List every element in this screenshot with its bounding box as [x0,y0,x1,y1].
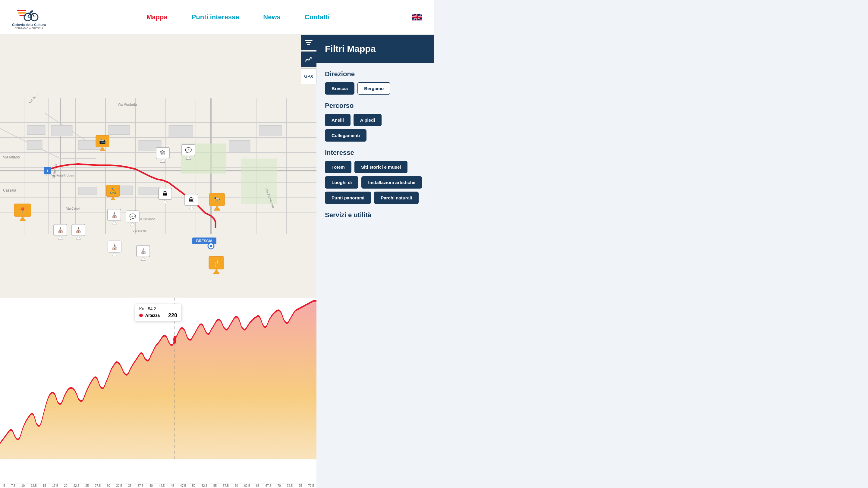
svg-text:Via Trieste: Via Trieste [133,230,147,233]
btn-siti-storici[interactable]: Siti storici e musei [354,161,408,173]
nav-mappa[interactable]: Mappa [147,13,167,21]
svg-point-78 [210,245,212,247]
svg-text:⛪: ⛪ [140,248,147,255]
svg-text:🏛: 🏛 [189,197,194,203]
map-container[interactable]: Via de... Via Pusterla Via Milano Cassal… [0,35,316,298]
btn-anelli[interactable]: Anelli [325,114,350,126]
percorso-title: Percorso [325,102,426,110]
main-nav: Mappa Punti interesse News Contatti [64,13,412,21]
svg-rect-59 [79,187,96,195]
svg-text:⛪: ⛪ [111,243,118,250]
btn-luoghi-di[interactable]: Luoghi di [325,176,358,189]
svg-text:⛪: ⛪ [111,212,118,218]
svg-text:Via Pusterla: Via Pusterla [118,102,137,107]
panel-title: Filtri Mappa [325,44,426,54]
panel-content: Direzione Brescia Bergamo Percorso Anell… [316,63,434,233]
svg-rect-125 [306,42,311,43]
svg-text:...: ... [44,173,47,176]
elevation-control-btn[interactable] [301,52,316,67]
elevation-section: Km: 54.2 Altezza 220 [0,298,316,488]
btn-collegamenti[interactable]: Collegamenti [325,129,367,141]
svg-text:⛪: ⛪ [75,227,82,233]
svg-rect-61 [138,187,160,195]
x-axis: -5 7.5 10 12.5 15 17.5 20 22.5 25 27.5 3… [0,483,316,488]
svg-marker-110 [112,252,117,256]
nav-contatti[interactable]: Contatti [305,13,330,21]
tooltip-altezza: Altezza 220 [139,313,177,319]
servizi-title: Servizi e utilità [325,211,426,219]
svg-text:⛪: ⛪ [57,227,64,233]
svg-text:📷: 📷 [99,138,106,144]
svg-marker-107 [141,257,146,260]
logo-area: Ciclovia della Cultura BERGAMO – BRESCIA [12,4,46,30]
svg-rect-22 [412,17,422,18]
svg-rect-50 [27,125,45,134]
gpx-label: GPX [304,74,313,78]
btn-installazioni[interactable]: Installazioni artistiche [361,176,422,189]
svg-text:🚴: 🚴 [110,188,117,194]
svg-rect-51 [27,140,42,150]
btn-bergamo[interactable]: Bergamo [358,82,390,95]
tooltip-km: Km: 54.2 [139,306,177,311]
map-controls: GPX [301,35,316,84]
logo-text: Ciclovia della Cultura [12,23,46,27]
svg-text:📍: 📍 [19,207,27,214]
map-svg: Via de... Via Pusterla Via Milano Cassal… [0,35,316,298]
filter-interesse: Interesse Totem Siti storici e musei Luo… [325,149,426,204]
chart-tooltip: Km: 54.2 Altezza 220 [135,304,182,321]
main-content: Via de... Via Pusterla Via Milano Cassal… [0,35,434,488]
svg-rect-57 [229,140,250,153]
btn-parchi[interactable]: Parchi naturali [374,192,418,204]
tooltip-dot [139,314,143,317]
direzione-buttons: Brescia Bergamo [325,82,426,95]
right-panel: Filtri Mappa Direzione Brescia Bergamo P… [316,35,434,488]
nav-punti[interactable]: Punti interesse [192,13,239,21]
btn-brescia[interactable]: Brescia [325,82,354,95]
svg-marker-104 [76,235,81,239]
nav-news[interactable]: News [263,13,280,21]
svg-rect-124 [305,40,313,41]
svg-text:🔭: 🔭 [213,196,221,204]
filter-servizi: Servizi e utilità [325,211,426,219]
svg-point-128 [173,335,176,344]
percorso-buttons: Anelli A piedi Collegamenti [325,114,426,141]
svg-rect-54 [108,125,130,134]
btn-totem[interactable]: Totem [325,161,351,173]
svg-rect-56 [169,125,193,137]
elevation-chart-svg [0,298,316,459]
interesse-buttons: Totem Siti storici e musei Luoghi di Ins… [325,161,426,204]
svg-rect-58 [259,125,282,136]
svg-text:🏛: 🏛 [160,150,165,156]
svg-text:💬: 💬 [185,147,192,154]
language-flag[interactable] [412,14,422,21]
interesse-title: Interesse [325,149,426,157]
svg-rect-52 [51,125,72,136]
direzione-title: Direzione [325,70,426,78]
svg-rect-126 [307,44,310,45]
gpx-control-btn[interactable]: GPX [301,68,316,84]
svg-text:💬: 💬 [129,213,136,220]
btn-punti-panorami[interactable]: Punti panorami [325,192,371,204]
svg-text:i: i [47,168,48,173]
filter-percorso: Percorso Anelli A piedi Collegamenti [325,102,426,141]
svg-text:🍴: 🍴 [213,260,220,267]
svg-text:🏛: 🏛 [162,191,168,197]
svg-marker-116 [213,269,219,273]
map-section: Via de... Via Pusterla Via Milano Cassal… [0,35,316,488]
btn-apiedi[interactable]: A piedi [353,114,381,126]
header: Ciclovia della Cultura BERGAMO – BRESCIA… [0,0,434,35]
svg-text:Via Milano: Via Milano [3,155,20,159]
filter-control-btn[interactable] [301,35,316,50]
logo-icon [17,4,41,23]
svg-text:Cassala: Cassala [3,188,16,193]
svg-line-8 [30,11,31,13]
svg-rect-49 [241,158,277,204]
filter-direzione: Direzione Brescia Bergamo [325,70,426,95]
panel-header: Filtri Mappa [316,35,434,63]
logo-subtext: BERGAMO – BRESCIA [14,27,43,30]
svg-text:Via Cairoli: Via Cairoli [66,207,80,210]
svg-marker-101 [58,235,63,239]
